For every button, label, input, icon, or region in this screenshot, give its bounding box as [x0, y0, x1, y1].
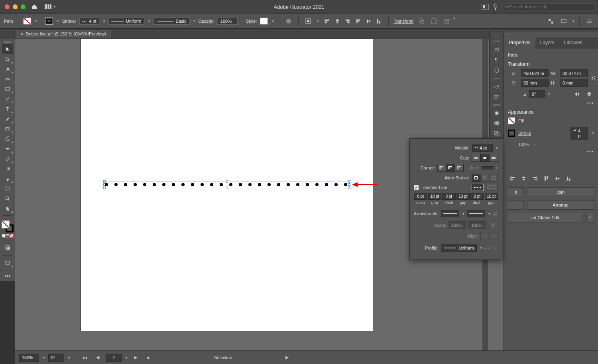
panel-grip-icon[interactable] — [4, 41, 11, 43]
panel-menu-icon[interactable] — [584, 16, 594, 26]
home-button[interactable] — [31, 4, 37, 10]
path-button[interactable]: h — [508, 187, 524, 197]
arrow-end-dropdown[interactable] — [467, 210, 485, 217]
align-bottom-icon[interactable] — [374, 16, 384, 26]
stroke-weight-field[interactable]: ▴▾4 pt — [570, 127, 588, 140]
cap-butt-icon[interactable] — [472, 154, 480, 162]
prev-artboard-icon[interactable]: ◀ — [93, 353, 102, 362]
snap-pixel-icon[interactable] — [546, 16, 556, 26]
type-tool[interactable]: T — [2, 104, 13, 114]
eyedropper-tool[interactable] — [2, 154, 13, 163]
help-search-input[interactable] — [509, 4, 591, 9]
more-options-icon[interactable]: ••• — [508, 100, 594, 105]
cap-projecting-icon[interactable] — [489, 154, 498, 162]
h-field[interactable]: 0 mm — [560, 79, 588, 87]
align-inside-icon[interactable] — [480, 174, 489, 182]
flip-h-icon[interactable] — [572, 89, 582, 99]
round-join-icon[interactable] — [446, 164, 455, 172]
dash-1-field[interactable]: 0 pt — [414, 193, 427, 200]
document-tab[interactable]: × Dotted line.ai* @ 150 % (CMYK/Preview) — [16, 30, 111, 38]
artboard[interactable] — [81, 39, 373, 331]
opentype-panel-icon[interactable] — [492, 66, 502, 75]
zoom-tool[interactable] — [2, 194, 13, 203]
align-hcenter-icon[interactable] — [332, 16, 342, 26]
dash-3-field[interactable]: 0 pt — [470, 193, 484, 200]
bevel-join-icon[interactable] — [455, 164, 464, 172]
align-right-icon[interactable] — [530, 174, 540, 183]
align-left-icon[interactable] — [508, 174, 517, 183]
expand-panels-icon[interactable]: ‹‹ — [495, 34, 498, 38]
first-artboard-icon[interactable]: ⏮ — [80, 353, 90, 362]
align-center-icon[interactable] — [472, 174, 480, 182]
next-artboard-icon[interactable]: ▶ — [131, 353, 140, 362]
align-right-icon[interactable] — [343, 16, 352, 26]
constrain-proportions-icon[interactable]: ⛓ — [591, 72, 596, 85]
align-vcenter-icon[interactable] — [364, 16, 373, 26]
tab-properties[interactable]: Properties — [504, 37, 535, 49]
paragraph-panel-icon[interactable]: ¶ — [492, 55, 502, 64]
arrow-start-dropdown[interactable] — [441, 210, 459, 217]
profile-dropdown[interactable]: Uniform — [441, 244, 477, 252]
align-bottom-icon[interactable] — [564, 174, 573, 183]
eraser-tool[interactable] — [2, 174, 13, 183]
align-to-icon[interactable] — [559, 16, 568, 26]
arrange-documents-button[interactable]: ▾ — [45, 4, 56, 9]
minimize-window-icon[interactable] — [13, 4, 18, 9]
pathfinder-panel-icon[interactable] — [492, 129, 502, 138]
gradient-mode-icon[interactable] — [6, 234, 10, 238]
pen-tool[interactable] — [2, 64, 13, 74]
none-mode-icon[interactable] — [10, 234, 14, 238]
fill-stroke-indicator[interactable] — [2, 220, 14, 232]
artboard-tool[interactable] — [2, 184, 13, 193]
fill-color-icon[interactable] — [2, 220, 10, 228]
x-field[interactable]: 450.024 m — [521, 69, 549, 77]
swap-arrowheads-icon[interactable] — [493, 209, 498, 218]
align-top-icon[interactable] — [541, 174, 551, 183]
dashed-line-label[interactable]: Dashed Line — [423, 185, 447, 190]
stroke-swatch[interactable] — [508, 130, 515, 137]
rotate-view-field[interactable]: 0° — [48, 354, 64, 362]
dashed-line-checkbox[interactable]: ✓ — [414, 185, 419, 190]
line-segment-tool[interactable] — [2, 94, 13, 104]
align-left-icon[interactable] — [322, 16, 332, 26]
dash-2-field[interactable]: 0 pt — [442, 193, 456, 200]
maximize-window-icon[interactable] — [21, 4, 26, 9]
fill-swatch[interactable] — [23, 18, 31, 25]
stroke-weight-field[interactable]: ⁠▴▾4 pt — [79, 18, 99, 25]
hand-tool[interactable] — [2, 204, 13, 213]
miter-join-icon[interactable] — [437, 164, 446, 172]
status-menu-icon[interactable]: ▶ — [282, 353, 292, 362]
close-window-icon[interactable] — [5, 4, 10, 9]
gap-3-field[interactable]: 10 pt — [485, 193, 498, 200]
rotate-field[interactable]: 0° — [529, 90, 545, 98]
edit-toolbar-icon[interactable]: ••• — [2, 271, 13, 281]
screen-mode-icon[interactable] — [2, 258, 13, 268]
gap-1-field[interactable]: 10 pt — [428, 193, 442, 200]
brush-field[interactable]: Basic — [153, 18, 189, 25]
workspace-switcher-icon[interactable] — [482, 4, 489, 10]
stroke-profile-field[interactable]: Uniform — [108, 18, 144, 25]
chevron-down-icon[interactable]: ▾ — [57, 19, 59, 23]
arrange-button[interactable]: Arrange — [527, 200, 594, 210]
opacity-value[interactable]: 100% — [518, 142, 529, 147]
last-artboard-icon[interactable]: ⏭ — [144, 353, 153, 362]
align-hcenter-icon[interactable] — [519, 174, 529, 183]
para-styles-panel-icon[interactable] — [492, 92, 502, 101]
fill-swatch[interactable] — [508, 117, 515, 124]
opacity-field[interactable]: 100% — [218, 18, 238, 25]
color-mode-icon[interactable] — [2, 234, 6, 238]
more-options-icon[interactable]: ••• — [508, 149, 594, 154]
blank-button[interactable] — [508, 200, 524, 210]
collapse-panels-icon[interactable]: ›› — [504, 31, 598, 37]
zoom-field[interactable]: 150% — [19, 354, 39, 362]
global-edit-button[interactable]: art Global Edit — [508, 213, 582, 222]
style-swatch[interactable] — [260, 18, 268, 25]
y-field[interactable]: 50 mm — [521, 79, 549, 87]
miter-limit-field[interactable] — [482, 166, 494, 169]
flip-along-icon[interactable]: ⟷ — [484, 243, 490, 253]
transform-link[interactable]: Transform — [393, 19, 413, 24]
curvature-tool[interactable] — [2, 74, 13, 84]
stroke-label[interactable]: Stroke — [518, 131, 531, 136]
reference-point-grid[interactable] — [508, 74, 509, 83]
paintbrush-tool[interactable] — [2, 114, 13, 124]
